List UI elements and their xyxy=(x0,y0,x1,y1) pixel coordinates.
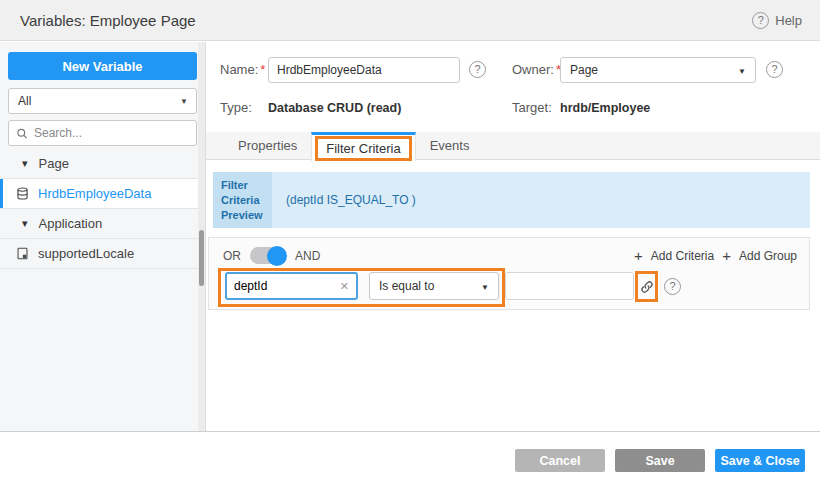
type-label: Type: xyxy=(220,95,252,121)
tab-properties[interactable]: Properties xyxy=(224,132,311,160)
criteria-panel: OR AND + Add Criteria + Add Group ✕ Is e… xyxy=(208,237,810,310)
variable-detail-panel: Name:* ? Owner:* Page ▼ ? Type: Database… xyxy=(206,42,820,431)
toggle-knob-icon xyxy=(267,246,287,266)
caret-down-icon: ▾ xyxy=(22,217,28,230)
filter-criteria-preview: Filter Criteria Preview (deptId IS_EQUAL… xyxy=(213,172,810,228)
or-and-toggle-group: OR AND xyxy=(223,247,320,264)
preview-label: Filter Criteria Preview xyxy=(213,172,272,228)
type-value: Database CRUD (read) xyxy=(268,100,401,116)
tree-item-hrdbemployeedata[interactable]: HrdbEmployeeData xyxy=(0,179,205,209)
add-group-button[interactable]: Add Group xyxy=(739,249,797,263)
tab-bar: Properties Filter Criteria Events xyxy=(206,132,820,160)
variable-filter-select[interactable]: All ▼ xyxy=(8,88,197,114)
criteria-value-input[interactable] xyxy=(505,272,634,300)
tree-item-label: HrdbEmployeeData xyxy=(38,186,151,201)
dialog-footer: Cancel Save Save & Close xyxy=(0,431,820,490)
owner-label: Owner:* xyxy=(512,57,561,83)
tab-events[interactable]: Events xyxy=(416,132,484,160)
criteria-operator-value: Is equal to xyxy=(379,279,434,293)
name-help-icon[interactable]: ? xyxy=(469,61,486,78)
plus-icon: + xyxy=(722,247,731,264)
document-variable-icon xyxy=(16,247,29,260)
search-input[interactable] xyxy=(34,126,189,140)
dialog-header: Variables: Employee Page ? Help xyxy=(0,0,820,41)
preview-value: (deptId IS_EQUAL_TO ) xyxy=(272,172,810,228)
save-and-close-button[interactable]: Save & Close xyxy=(715,449,805,472)
search-icon xyxy=(16,127,28,140)
help-icon: ? xyxy=(752,12,769,29)
database-variable-icon xyxy=(16,187,29,200)
clear-icon[interactable]: ✕ xyxy=(333,280,356,293)
owner-help-icon[interactable]: ? xyxy=(766,61,783,78)
owner-select[interactable]: Page ▼ xyxy=(560,57,756,83)
help-label: Help xyxy=(775,13,802,28)
variable-filter-value: All xyxy=(18,94,31,108)
caret-down-icon: ▼ xyxy=(738,67,746,76)
tree-group-application[interactable]: ▾ Application xyxy=(0,209,205,239)
caret-down-icon: ▾ xyxy=(22,157,28,170)
annotation-filter-criteria-tab: Filter Criteria xyxy=(315,136,411,161)
criteria-operator-select[interactable]: Is equal to ▼ xyxy=(369,272,499,300)
or-label: OR xyxy=(223,249,241,263)
cancel-button[interactable]: Cancel xyxy=(515,449,605,472)
page-title: Variables: Employee Page xyxy=(20,0,196,41)
help-button[interactable]: ? Help xyxy=(752,0,802,41)
plus-icon: + xyxy=(634,247,643,264)
caret-down-icon: ▼ xyxy=(180,97,188,106)
add-links: + Add Criteria + Add Group xyxy=(634,247,797,264)
criteria-field-input[interactable] xyxy=(227,279,333,293)
tab-filter-criteria[interactable]: Filter Criteria xyxy=(311,132,415,161)
required-marker: * xyxy=(260,62,265,77)
add-criteria-button[interactable]: Add Criteria xyxy=(651,249,714,263)
name-input[interactable] xyxy=(268,57,460,83)
target-value: hrdb/Employee xyxy=(560,100,650,116)
search-box[interactable] xyxy=(8,120,197,146)
name-label: Name:* xyxy=(220,57,265,83)
variables-dialog: Variables: Employee Page ? Help New Vari… xyxy=(0,0,820,490)
caret-down-icon: ▼ xyxy=(481,283,489,292)
variables-sidebar: New Variable All ▼ ▾ Page HrdbEmployeeDa… xyxy=(0,42,206,431)
tree-item-label: supportedLocale xyxy=(38,246,134,261)
tree-group-label: Application xyxy=(39,216,103,231)
sidebar-scrollbar-track xyxy=(198,42,205,431)
tree-group-page[interactable]: ▾ Page xyxy=(0,149,205,179)
new-variable-button[interactable]: New Variable xyxy=(8,52,197,80)
variables-tree: ▾ Page HrdbEmployeeData ▾ Application su… xyxy=(0,149,205,269)
criteria-field-input-wrap: ✕ xyxy=(225,272,358,300)
bind-variable-button[interactable] xyxy=(639,274,655,299)
save-button[interactable]: Save xyxy=(615,449,705,472)
link-icon xyxy=(640,280,654,294)
and-label: AND xyxy=(295,249,320,263)
sidebar-scrollbar-thumb[interactable] xyxy=(199,230,204,286)
target-label: Target: xyxy=(512,95,552,121)
tree-item-supportedlocale[interactable]: supportedLocale xyxy=(0,239,205,269)
or-and-toggle[interactable] xyxy=(250,247,286,264)
criteria-help-icon[interactable]: ? xyxy=(664,278,681,295)
owner-value: Page xyxy=(570,63,598,77)
tree-group-label: Page xyxy=(39,156,69,171)
